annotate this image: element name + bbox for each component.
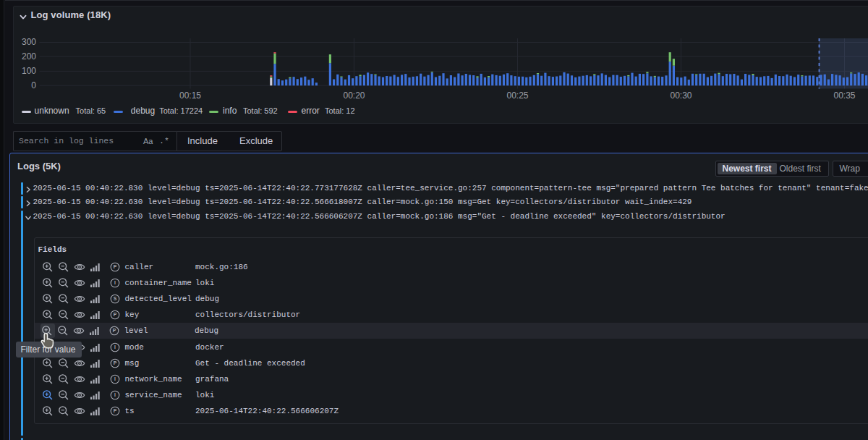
- svg-text:P: P: [113, 360, 116, 365]
- svg-text:I: I: [114, 344, 116, 350]
- svg-text:I: I: [114, 376, 116, 381]
- svg-text:I: I: [114, 392, 116, 397]
- svg-text:P: P: [113, 312, 116, 317]
- svg-text:P: P: [113, 409, 116, 414]
- svg-text:S: S: [113, 296, 116, 301]
- svg-text:P: P: [112, 329, 116, 334]
- svg-text:P: P: [113, 264, 116, 269]
- svg-text:I: I: [114, 280, 116, 285]
